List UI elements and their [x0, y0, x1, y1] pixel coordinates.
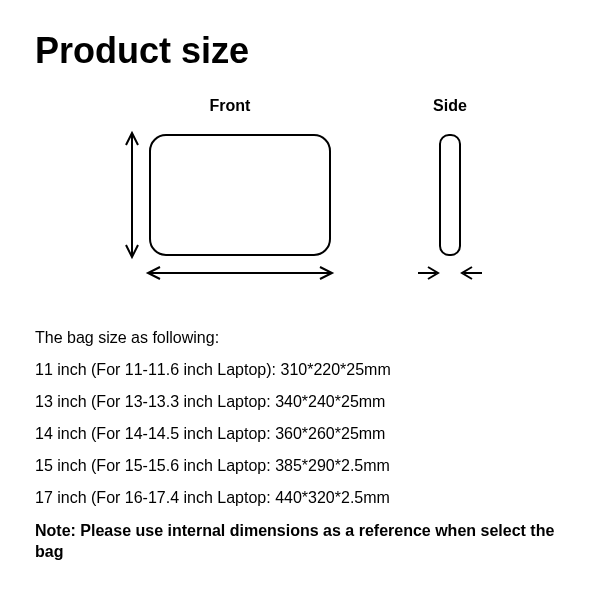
page-title: Product size	[35, 30, 565, 72]
sizes-block: The bag size as following: 11 inch (For …	[35, 329, 565, 507]
size-line: 14 inch (For 14-14.5 inch Laptop: 360*26…	[35, 425, 565, 443]
front-label: Front	[210, 97, 251, 115]
svg-rect-0	[150, 135, 330, 255]
size-line: 11 inch (For 11-11.6 inch Laptop): 310*2…	[35, 361, 565, 379]
side-diagram: Side	[410, 97, 490, 299]
svg-rect-3	[440, 135, 460, 255]
diagram-row: Front	[35, 97, 565, 299]
size-line: 15 inch (For 15-15.6 inch Laptop: 385*29…	[35, 457, 565, 475]
size-line: 17 inch (For 16-17.4 inch Laptop: 440*32…	[35, 489, 565, 507]
note-text: Note: Please use internal dimensions as …	[35, 521, 565, 563]
size-line: 13 inch (For 13-13.3 inch Laptop: 340*24…	[35, 393, 565, 411]
front-diagram: Front	[110, 97, 350, 299]
front-diagram-svg	[110, 125, 350, 299]
sizes-heading: The bag size as following:	[35, 329, 565, 347]
side-diagram-svg	[410, 125, 490, 299]
side-label: Side	[433, 97, 467, 115]
